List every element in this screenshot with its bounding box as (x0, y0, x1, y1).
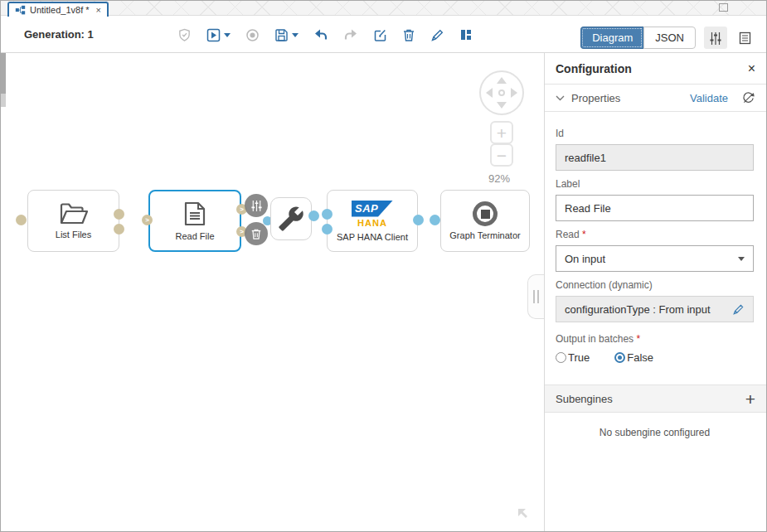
shield-icon (177, 28, 192, 42)
edit-box-icon (373, 28, 387, 42)
toolbar: Generation: 1 (1, 17, 766, 53)
modeler-window: Untitled_1v8f * × Generation: 1 (0, 0, 767, 532)
undo-button[interactable] (306, 24, 336, 46)
select-caret-icon (738, 257, 745, 261)
radio-true-icon[interactable] (556, 352, 566, 363)
output-in-batches-radio-group: True False (556, 351, 754, 364)
zoom-in-button[interactable]: + (490, 121, 513, 144)
port-out[interactable] (114, 224, 124, 235)
read-select[interactable]: On input (556, 245, 754, 272)
read-label: Read * (556, 229, 754, 240)
graph-tab[interactable]: Untitled_1v8f * × (7, 2, 109, 17)
sliders-icon (709, 31, 722, 45)
graph-canvas[interactable]: + − 92% List Files Read File > > > (1, 53, 544, 531)
layout-icon (459, 28, 473, 41)
file-icon (183, 201, 206, 227)
connection-field[interactable]: configurationType : From input (556, 296, 754, 322)
add-subengine-button[interactable]: + (745, 390, 755, 408)
play-icon (206, 28, 221, 42)
node-converter[interactable] (270, 197, 312, 240)
run-dropdown-caret-icon[interactable] (224, 33, 231, 37)
close-icon[interactable]: × (748, 62, 755, 75)
properties-label: Properties (571, 92, 690, 104)
toolbar-icons (170, 24, 480, 46)
tab-diagram[interactable]: Diagram (580, 27, 643, 49)
reset-validation-icon[interactable] (741, 91, 755, 105)
connection-value: configurationType : From input (565, 303, 732, 316)
maximize-icon[interactable] (719, 3, 728, 12)
configuration-panel: Configuration × Properties Validate Id L… (544, 53, 766, 531)
port-in[interactable]: > (142, 215, 153, 225)
run-button[interactable] (199, 24, 238, 46)
zoom-out-button[interactable]: − (490, 143, 513, 167)
radio-true-label: True (568, 351, 590, 364)
validate-shield-button[interactable] (170, 24, 199, 46)
id-field[interactable] (556, 144, 754, 171)
vertical-scrollbar[interactable] (1, 53, 6, 94)
delete-node-button[interactable] (245, 222, 268, 245)
port-in[interactable] (322, 209, 333, 220)
pan-left-icon[interactable] (486, 88, 493, 98)
panel-collapse-handle[interactable] (527, 274, 544, 319)
edit-connection-pencil-icon[interactable] (732, 303, 745, 316)
terminator-icon (473, 201, 498, 226)
configuration-header: Configuration × (545, 53, 766, 85)
notes-button[interactable] (733, 27, 756, 49)
node-read-file[interactable]: Read File (148, 190, 241, 252)
pan-right-icon[interactable] (511, 88, 517, 98)
configuration-toggle-button[interactable] (704, 27, 727, 49)
subengines-label: Subengines (556, 393, 613, 405)
generation-label: Generation: 1 (24, 28, 94, 41)
notes-icon (739, 31, 751, 45)
node-sap-hana-client[interactable]: SAP HANA SAP HANA Client (327, 190, 418, 252)
tab-strip: Untitled_1v8f * × (1, 1, 766, 16)
panel-title: Configuration (556, 62, 632, 75)
subengines-section-header: Subengines + (545, 384, 766, 413)
pan-center-icon[interactable] (498, 89, 505, 96)
save-dropdown-caret-icon[interactable] (292, 33, 299, 37)
hana-logo-text: HANA (357, 218, 387, 228)
trash-icon (402, 28, 415, 42)
node-label: Read File (175, 231, 214, 241)
validate-button[interactable]: Validate (690, 92, 728, 104)
properties-form: Id Label Read * On input Connection (dyn… (545, 112, 766, 438)
redo-button[interactable] (336, 24, 366, 46)
node-graph-terminator[interactable]: Graph Terminator (440, 190, 530, 252)
port-out[interactable] (413, 215, 424, 225)
properties-section-header[interactable]: Properties Validate (545, 85, 766, 112)
radio-false-icon[interactable] (614, 352, 625, 363)
tab-close-icon[interactable]: × (96, 5, 101, 15)
delete-button[interactable] (395, 24, 423, 46)
label-field[interactable] (556, 195, 754, 221)
port-out[interactable] (114, 209, 124, 220)
radio-false-label: False (627, 351, 653, 364)
port-in[interactable] (16, 215, 27, 225)
tab-title: Untitled_1v8f * (30, 5, 90, 15)
read-select-value: On input (565, 253, 605, 265)
id-label: Id (556, 128, 754, 139)
save-button[interactable] (267, 24, 306, 46)
stop-button[interactable] (238, 24, 267, 46)
redo-icon (343, 28, 358, 42)
canvas-corner-arrow-icon[interactable] (516, 506, 534, 525)
stop-icon (245, 28, 260, 42)
open-configuration-button[interactable] (245, 194, 268, 217)
pan-control[interactable] (479, 70, 524, 115)
node-list-files[interactable]: List Files (27, 190, 119, 252)
style-button[interactable] (423, 24, 452, 46)
view-toggle: Diagram JSON (580, 27, 696, 49)
port-in[interactable] (430, 215, 440, 225)
radio-true[interactable]: True (556, 351, 590, 364)
port-out[interactable] (308, 210, 319, 221)
sliders-icon (250, 200, 263, 212)
pan-up-icon[interactable] (497, 77, 507, 84)
connection-label: Connection (dynamic) (556, 279, 754, 291)
auto-layout-button[interactable] (452, 24, 480, 46)
tab-json[interactable]: JSON (643, 27, 696, 49)
edit-diagram-button[interactable] (366, 24, 395, 46)
port-in[interactable] (322, 224, 333, 235)
pan-down-icon[interactable] (497, 102, 507, 109)
radio-false[interactable]: False (614, 351, 653, 364)
no-subengine-text: No subengine configured (556, 427, 754, 438)
node-label: List Files (56, 230, 91, 239)
